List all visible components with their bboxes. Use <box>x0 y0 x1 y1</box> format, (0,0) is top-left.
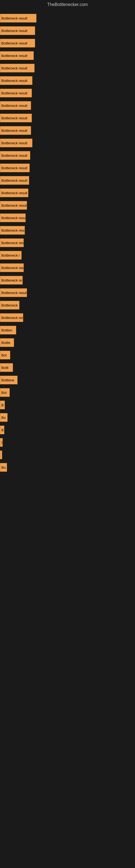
bottleneck-bar: Bottleneck result <box>0 176 29 185</box>
bar-row: Bottleneck result <box>0 137 135 149</box>
bar-label: Bottleneck resu <box>1 241 24 245</box>
bar-row: Bottlen <box>0 324 135 336</box>
bar-row: Bottle <box>0 336 135 349</box>
bars-container: Bottleneck resultBottleneck resultBottle… <box>0 9 135 476</box>
bar-row: Bottleneck resu <box>0 311 135 324</box>
bar-label: B <box>1 428 4 432</box>
bottleneck-bar: Bottleneck result <box>0 89 32 97</box>
bar-row: Bottleneck result <box>0 24 135 37</box>
bar-label: Bottleneck result <box>1 79 27 83</box>
bar-row: Bottleneck result <box>0 50 135 62</box>
bar-label: Bottleneck result <box>1 91 27 95</box>
bar-row: Bottleneck result <box>0 174 135 187</box>
bar-label: Bottleneck <box>1 303 18 307</box>
bottleneck-bar: Bottlene <box>0 376 17 384</box>
bar-row: Bot <box>0 386 135 399</box>
bar-row: Bottleneck result <box>0 87 135 99</box>
bottleneck-bar <box>0 451 2 459</box>
bottleneck-bar: B <box>0 426 4 434</box>
bar-label: Bottleneck result <box>1 204 27 208</box>
bar-label: Bottleneck result <box>1 29 27 33</box>
bar-label: Bottleneck resu <box>1 266 24 270</box>
bar-label: Bottleneck result <box>1 154 27 158</box>
bar-row: Bottleneck r <box>0 249 135 261</box>
bar-row: Bottleneck result <box>0 162 135 174</box>
bottleneck-bar: Bottleneck resu <box>0 239 24 247</box>
bar-label: Bottleneck result <box>1 291 27 295</box>
bar-label: B <box>1 403 4 407</box>
bottleneck-bar: Bottl <box>0 363 13 372</box>
bar-row: Bottleneck result <box>0 199 135 212</box>
bar-label: Bottle <box>1 341 10 345</box>
bar-label: Bottleneck result <box>1 141 27 145</box>
bar-row: Bottleneck result <box>0 37 135 50</box>
bar-label: Bottleneck result <box>1 179 27 183</box>
bar-row: Bottleneck result <box>0 62 135 74</box>
bottleneck-bar: I <box>0 438 3 447</box>
bottleneck-bar: Bottleneck <box>0 301 19 310</box>
bar-label: Bo <box>1 415 6 420</box>
bottleneck-bar: Bottle <box>0 338 14 347</box>
bottleneck-bar: Bottleneck result <box>0 126 31 135</box>
bottleneck-bar: Bot <box>0 388 10 397</box>
bar-row: Bottleneck result <box>0 187 135 199</box>
bottleneck-bar: B <box>0 401 5 409</box>
bottleneck-bar: Bottleneck r <box>0 251 21 259</box>
bar-row: Bottleneck result <box>0 286 135 299</box>
bottleneck-bar: Bottleneck result <box>0 138 32 147</box>
bar-label: Bottleneck resu <box>1 316 23 320</box>
bottleneck-bar: Bottleneck result <box>0 214 26 222</box>
bar-row: Bottleneck result <box>0 112 135 124</box>
bar-label: Bottlene <box>1 378 14 382</box>
bar-row: Bottleneck result <box>0 12 135 24</box>
bar-row: Bo <box>0 411 135 424</box>
bottleneck-bar: Bottleneck re <box>0 276 23 284</box>
bar-row: Bottleneck resu <box>0 237 135 249</box>
bottleneck-bar: Bottleneck result <box>0 64 35 72</box>
bottleneck-bar: Bottleneck result <box>0 39 35 48</box>
bottleneck-bar: Bottleneck result <box>0 288 27 297</box>
bottleneck-bar: Bot <box>0 351 10 360</box>
bottleneck-bar: Bottleneck resu <box>0 313 23 322</box>
bar-label: Bottleneck result <box>1 191 27 195</box>
bar-row <box>0 448 135 461</box>
bottleneck-bar: Bottleneck result <box>0 151 30 160</box>
bottleneck-bar: Bottleneck result <box>0 226 25 235</box>
bar-label: Bottleneck result <box>1 54 27 58</box>
bar-row: Bottleneck result <box>0 149 135 162</box>
bar-row: Bottl <box>0 361 135 374</box>
bottleneck-bar: Bottleneck result <box>0 163 30 172</box>
bar-label: Bottleneck result <box>1 116 27 120</box>
bar-label: Bottl <box>1 366 8 370</box>
bottleneck-bar: Bottleneck result <box>0 114 32 122</box>
bar-label: Bottleneck result <box>1 104 27 108</box>
bar-row: Bo <box>0 461 135 474</box>
bottleneck-bar: Bo <box>0 463 7 472</box>
bar-label: Bottleneck r <box>1 253 20 257</box>
bottleneck-bar: Bo <box>0 413 8 422</box>
bar-row: I <box>0 436 135 448</box>
bar-label: Bottleneck result <box>1 166 27 170</box>
bar-row: Bottleneck result <box>0 124 135 137</box>
bar-row: Bot <box>0 349 135 361</box>
bar-row: Bottleneck result <box>0 212 135 224</box>
bottleneck-bar: Bottleneck result <box>0 14 37 23</box>
site-title: TheBottlenecker.com <box>0 0 135 9</box>
bar-row: Bottleneck resu <box>0 261 135 274</box>
bottleneck-bar: Bottleneck result <box>0 188 28 197</box>
bar-label: Bot <box>1 391 7 395</box>
bottleneck-bar: Bottleneck result <box>0 101 31 110</box>
bar-row: Bottleneck result <box>0 224 135 237</box>
bar-label: Bottleneck result <box>1 216 26 220</box>
bar-row: Bottleneck re <box>0 274 135 286</box>
bar-row: B <box>0 399 135 411</box>
bottleneck-bar: Bottleneck resu <box>0 264 24 272</box>
bar-label: Bottleneck re <box>1 278 22 282</box>
bar-label: Bot <box>1 353 7 357</box>
bar-label: Bo <box>1 465 6 469</box>
bar-label: I <box>1 440 2 444</box>
bar-label: Bottleneck result <box>1 228 25 232</box>
bar-label: Bottlen <box>1 328 12 332</box>
bar-label: Bottleneck result <box>1 129 27 133</box>
bottleneck-bar: Bottleneck result <box>0 76 32 85</box>
